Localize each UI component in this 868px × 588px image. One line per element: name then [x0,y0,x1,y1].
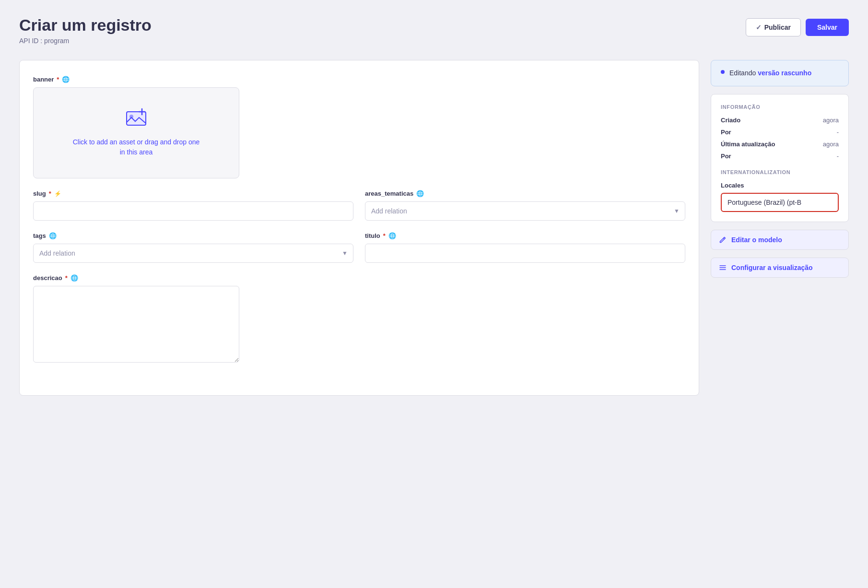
banner-upload-area[interactable]: Click to add an asset or drag and drop o… [33,87,239,178]
required-star-titulo: * [383,232,386,239]
globe-icon-descricao: 🌐 [70,274,78,282]
required-star-slug: * [49,190,51,197]
publish-button[interactable]: ✓ Publicar [746,18,801,36]
slug-input[interactable] [33,201,353,221]
areas-tematicas-label: areas_tematicas 🌐 [365,190,685,198]
globe-icon-areas: 🌐 [416,190,424,198]
por-value: - [837,129,839,136]
informacao-section-title: INFORMAÇÃO [721,104,839,110]
svg-rect-0 [127,112,146,125]
descricao-label: descricao * 🌐 [33,274,685,282]
tags-select-wrapper: Add relation ▼ [33,244,353,263]
list-icon [719,264,727,271]
ultima-atualizacao-value: agora [823,141,839,148]
por-label: Por [721,129,731,136]
criado-value: agora [823,117,839,124]
titulo-input[interactable] [365,244,685,263]
por2-value: - [837,153,839,160]
informacao-card: INFORMAÇÃO Criado agora Por - Última atu… [711,94,849,222]
page-title: Criar um registro [19,15,152,35]
globe-icon: 🌐 [62,76,70,83]
banner-label: banner * 🌐 [33,76,685,83]
pencil-icon [719,236,727,244]
titulo-label: titulo * 🌐 [365,232,685,240]
areas-tematicas-select[interactable]: Add relation [365,201,685,221]
criado-label: Criado [721,117,740,124]
slug-areas-row: slug * ⚡ areas_tematicas 🌐 Add relation [33,190,685,221]
required-star-descricao: * [65,274,68,282]
main-form-panel: banner * 🌐 Clic [19,60,699,396]
criado-row: Criado agora [721,117,839,124]
por2-row: Por - [721,153,839,160]
locales-value-box: Portuguese (Brazil) (pt-B [721,193,839,212]
edit-model-button[interactable]: Editar o modelo [711,230,849,250]
ultima-atualizacao-row: Última atualização agora [721,141,839,148]
configure-view-label: Configurar a visualização [731,264,813,271]
check-icon: ✓ [756,24,762,31]
edit-model-label: Editar o modelo [731,236,782,244]
areas-tematicas-select-wrapper: Add relation ▼ [365,201,685,221]
required-star: * [57,76,59,83]
editing-dot [721,70,725,74]
titulo-field-section: titulo * 🌐 [365,232,685,263]
descricao-field-section: descricao * 🌐 [33,274,685,365]
tags-titulo-row: tags 🌐 Add relation ▼ titulo * 🌐 [33,232,685,263]
sidebar: Editando versão rascunho INFORMAÇÃO Cria… [711,60,849,278]
por2-label: Por [721,153,731,160]
tags-select[interactable]: Add relation [33,244,353,263]
save-button[interactable]: Salvar [806,19,849,36]
editing-text: Editando versão rascunho [729,68,811,78]
locales-label: Locales [721,182,839,189]
areas-tematicas-field-section: areas_tematicas 🌐 Add relation ▼ [365,190,685,221]
upload-image-icon [125,108,148,131]
ultima-atualizacao-label: Última atualização [721,141,775,148]
globe-icon-tags: 🌐 [49,232,57,240]
descricao-textarea[interactable] [33,286,239,363]
globe-icon-titulo: 🌐 [388,232,396,240]
tags-field-section: tags 🌐 Add relation ▼ [33,232,353,263]
internationalization-title: INTERNATIONALIZATION [721,169,839,175]
configure-view-button[interactable]: Configurar a visualização [711,258,849,278]
tags-label: tags 🌐 [33,232,353,240]
slug-label: slug * ⚡ [33,190,353,198]
por-row: Por - [721,129,839,136]
upload-text: Click to add an asset or drag and drop o… [73,137,200,157]
slug-field-section: slug * ⚡ [33,190,353,221]
flash-icon: ⚡ [54,190,62,198]
editing-card: Editando versão rascunho [711,60,849,86]
banner-field-section: banner * 🌐 Clic [33,76,685,178]
api-id-label: API ID : program [19,37,152,45]
publish-label: Publicar [764,24,791,31]
